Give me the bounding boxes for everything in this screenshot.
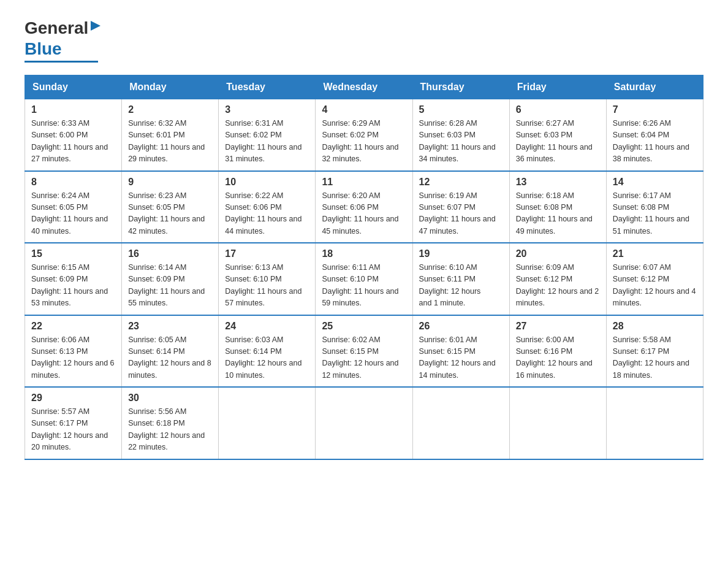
day-number: 8 [31,177,115,188]
day-number: 17 [225,248,309,259]
day-number: 2 [128,104,212,115]
day-number: 5 [419,104,503,115]
header-cell-thursday: Thursday [412,75,509,99]
day-info: Sunrise: 6:24 AMSunset: 6:05 PMDaylight:… [31,190,115,238]
day-number: 22 [31,321,115,332]
logo-blue-label: Blue [25,39,62,59]
calendar-cell: 10Sunrise: 6:22 AMSunset: 6:06 PMDayligh… [219,171,316,243]
calendar-cell: 1Sunrise: 6:33 AMSunset: 6:00 PMDaylight… [25,99,122,171]
day-number: 7 [613,104,697,115]
calendar-cell: 28Sunrise: 5:58 AMSunset: 6:17 PMDayligh… [606,315,703,388]
day-info: Sunrise: 6:06 AMSunset: 6:13 PMDaylight:… [31,334,115,382]
calendar-cell [219,387,316,459]
calendar-cell [412,387,509,459]
day-number: 4 [322,104,406,115]
calendar-week-3: 15Sunrise: 6:15 AMSunset: 6:09 PMDayligh… [25,243,703,315]
logo: General Blue [25,18,102,63]
day-info: Sunrise: 6:32 AMSunset: 6:01 PMDaylight:… [128,118,212,166]
day-number: 14 [613,177,697,188]
calendar-cell: 12Sunrise: 6:19 AMSunset: 6:07 PMDayligh… [412,171,509,243]
header-cell-saturday: Saturday [606,75,703,99]
day-number: 9 [128,177,212,188]
day-number: 13 [516,177,600,188]
day-number: 28 [613,321,697,332]
calendar-cell: 6Sunrise: 6:27 AMSunset: 6:03 PMDaylight… [509,99,606,171]
page-header: General Blue [25,18,703,63]
calendar-cell: 29Sunrise: 5:57 AMSunset: 6:17 PMDayligh… [25,387,122,459]
day-info: Sunrise: 6:00 AMSunset: 6:16 PMDaylight:… [516,334,600,382]
day-number: 27 [516,321,600,332]
day-info: Sunrise: 5:57 AMSunset: 6:17 PMDaylight:… [31,406,115,454]
calendar-cell: 15Sunrise: 6:15 AMSunset: 6:09 PMDayligh… [25,243,122,315]
day-number: 21 [613,248,697,259]
header-cell-monday: Monday [122,75,219,99]
calendar-cell: 24Sunrise: 6:03 AMSunset: 6:14 PMDayligh… [219,315,316,388]
logo-bottom: Blue [25,39,62,59]
day-info: Sunrise: 6:29 AMSunset: 6:02 PMDaylight:… [322,118,406,166]
calendar-cell: 23Sunrise: 6:05 AMSunset: 6:14 PMDayligh… [122,315,219,388]
calendar-header: SundayMondayTuesdayWednesdayThursdayFrid… [25,75,703,99]
calendar-cell: 21Sunrise: 6:07 AMSunset: 6:12 PMDayligh… [606,243,703,315]
day-number: 23 [128,321,212,332]
calendar-cell: 17Sunrise: 6:13 AMSunset: 6:10 PMDayligh… [219,243,316,315]
day-info: Sunrise: 6:22 AMSunset: 6:06 PMDaylight:… [225,190,309,238]
calendar-cell: 4Sunrise: 6:29 AMSunset: 6:02 PMDaylight… [316,99,412,171]
logo-general-label: General [25,18,88,38]
day-number: 1 [31,104,115,115]
day-number: 19 [419,248,503,259]
calendar-table: SundayMondayTuesdayWednesdayThursdayFrid… [25,75,703,460]
day-number: 29 [31,393,115,404]
calendar-cell: 9Sunrise: 6:23 AMSunset: 6:05 PMDaylight… [122,171,219,243]
header-cell-tuesday: Tuesday [219,75,316,99]
day-info: Sunrise: 6:11 AMSunset: 6:10 PMDaylight:… [322,262,406,310]
header-cell-wednesday: Wednesday [316,75,412,99]
day-number: 6 [516,104,600,115]
day-info: Sunrise: 6:09 AMSunset: 6:12 PMDaylight:… [516,262,600,310]
calendar-cell: 11Sunrise: 6:20 AMSunset: 6:06 PMDayligh… [316,171,412,243]
calendar-cell: 25Sunrise: 6:02 AMSunset: 6:15 PMDayligh… [316,315,412,388]
day-number: 12 [419,177,503,188]
day-info: Sunrise: 6:33 AMSunset: 6:00 PMDaylight:… [31,118,115,166]
day-info: Sunrise: 6:26 AMSunset: 6:04 PMDaylight:… [613,118,697,166]
day-info: Sunrise: 6:02 AMSunset: 6:15 PMDaylight:… [322,334,406,382]
calendar-week-4: 22Sunrise: 6:06 AMSunset: 6:13 PMDayligh… [25,315,703,388]
header-row: SundayMondayTuesdayWednesdayThursdayFrid… [25,75,703,99]
logo-combined: General [25,18,102,38]
day-number: 18 [322,248,406,259]
day-info: Sunrise: 5:56 AMSunset: 6:18 PMDaylight:… [128,406,212,454]
calendar-week-1: 1Sunrise: 6:33 AMSunset: 6:00 PMDaylight… [25,99,703,171]
day-info: Sunrise: 6:17 AMSunset: 6:08 PMDaylight:… [613,190,697,238]
day-info: Sunrise: 6:27 AMSunset: 6:03 PMDaylight:… [516,118,600,166]
calendar-cell: 27Sunrise: 6:00 AMSunset: 6:16 PMDayligh… [509,315,606,388]
svg-marker-0 [91,21,100,31]
day-info: Sunrise: 6:05 AMSunset: 6:14 PMDaylight:… [128,334,212,382]
calendar-cell [509,387,606,459]
day-info: Sunrise: 6:28 AMSunset: 6:03 PMDaylight:… [419,118,503,166]
day-info: Sunrise: 6:19 AMSunset: 6:07 PMDaylight:… [419,190,503,238]
day-info: Sunrise: 6:10 AMSunset: 6:11 PMDaylight:… [419,262,503,310]
header-cell-sunday: Sunday [25,75,122,99]
day-info: Sunrise: 6:23 AMSunset: 6:05 PMDaylight:… [128,190,212,238]
day-number: 10 [225,177,309,188]
day-number: 26 [419,321,503,332]
header-cell-friday: Friday [509,75,606,99]
calendar-cell: 2Sunrise: 6:32 AMSunset: 6:01 PMDaylight… [122,99,219,171]
calendar-week-2: 8Sunrise: 6:24 AMSunset: 6:05 PMDaylight… [25,171,703,243]
day-number: 11 [322,177,406,188]
day-info: Sunrise: 6:15 AMSunset: 6:09 PMDaylight:… [31,262,115,310]
day-number: 3 [225,104,309,115]
day-number: 16 [128,248,212,259]
calendar-cell: 19Sunrise: 6:10 AMSunset: 6:11 PMDayligh… [412,243,509,315]
calendar-cell: 30Sunrise: 5:56 AMSunset: 6:18 PMDayligh… [122,387,219,459]
day-info: Sunrise: 5:58 AMSunset: 6:17 PMDaylight:… [613,334,697,382]
day-number: 30 [128,393,212,404]
calendar-cell: 14Sunrise: 6:17 AMSunset: 6:08 PMDayligh… [606,171,703,243]
calendar-cell: 26Sunrise: 6:01 AMSunset: 6:15 PMDayligh… [412,315,509,388]
calendar-week-5: 29Sunrise: 5:57 AMSunset: 6:17 PMDayligh… [25,387,703,459]
calendar-cell: 13Sunrise: 6:18 AMSunset: 6:08 PMDayligh… [509,171,606,243]
calendar-cell: 20Sunrise: 6:09 AMSunset: 6:12 PMDayligh… [509,243,606,315]
day-info: Sunrise: 6:14 AMSunset: 6:09 PMDaylight:… [128,262,212,310]
day-number: 15 [31,248,115,259]
day-number: 24 [225,321,309,332]
logo-underline-bar [25,61,98,63]
